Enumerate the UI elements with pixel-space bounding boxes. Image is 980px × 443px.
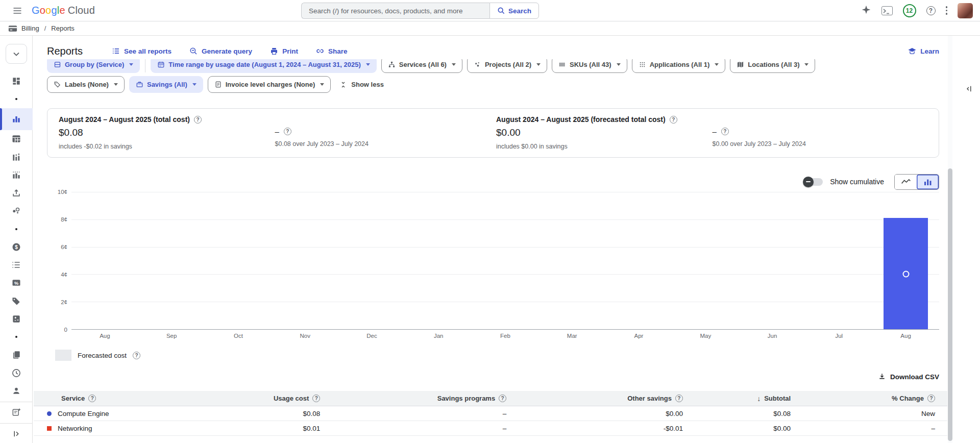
rail-item-dot-1[interactable] xyxy=(0,90,33,108)
help-icon[interactable] xyxy=(194,116,202,124)
download-csv-button[interactable]: Download CSV xyxy=(878,371,939,383)
notifications-badge[interactable]: 12 xyxy=(903,4,916,17)
download-icon xyxy=(878,373,886,381)
filter-chip-row-1: Group by (Service) Time range by usage d… xyxy=(47,59,939,73)
chart-legend: Forecasted cost xyxy=(47,349,939,361)
scrollbar-thumb[interactable] xyxy=(948,168,952,441)
rail-expand-panel-button[interactable] xyxy=(0,425,33,443)
rail-item-budgets[interactable] xyxy=(0,310,33,328)
filter-chip-time-range[interactable]: Time range by usage date (August 1, 2024… xyxy=(151,59,376,73)
rail-item-dot-3[interactable] xyxy=(0,328,33,346)
filter-chip-skus[interactable]: SKUs (All 43) xyxy=(552,59,627,73)
gemini-sparkle-icon[interactable] xyxy=(861,5,871,17)
generate-query-button[interactable]: Generate query xyxy=(189,46,252,56)
filter-chip-services[interactable]: Services (All 6) xyxy=(381,59,462,73)
account-avatar[interactable] xyxy=(958,3,973,18)
total-cost-value: $0.08 xyxy=(59,127,275,138)
more-options-icon[interactable] xyxy=(946,6,948,15)
help-icon[interactable] xyxy=(312,395,320,402)
forecasted-cost-summary: August 2024 – August 2025 (forecasted to… xyxy=(491,115,928,150)
doc-plus-icon xyxy=(11,407,21,417)
rail-item-price-list[interactable] xyxy=(0,256,33,274)
forecasted-compare-subtext: $0.00 over July 2023 – July 2024 xyxy=(713,140,929,147)
total-cost-compare-subtext: $0.08 over July 2023 – July 2024 xyxy=(275,140,492,147)
cloud-shell-icon[interactable] xyxy=(881,6,893,15)
collapse-panel-button[interactable] xyxy=(963,83,975,95)
total-cost-compare-value: – xyxy=(275,127,279,136)
search-button[interactable]: Search xyxy=(489,3,539,19)
reports-bar-chart-icon xyxy=(11,114,21,124)
show-cumulative-toggle[interactable] xyxy=(804,178,823,186)
rail-item-transactions[interactable] xyxy=(0,364,33,382)
chevron-down-icon xyxy=(129,63,133,66)
filter-chip-locations[interactable]: Locations (All 3) xyxy=(730,59,815,73)
table-row-networking[interactable]: Networking $0.01 – -$0.01 $0.00 – xyxy=(34,421,947,436)
savings-icon xyxy=(136,81,143,88)
filter-chip-group-by[interactable]: Group by (Service) xyxy=(47,59,140,73)
menu-icon[interactable] xyxy=(7,1,28,21)
reports-toolbar: Reports See all reports Generate query P… xyxy=(47,36,939,59)
sort-desc-icon: ↓ xyxy=(757,395,761,403)
search-input[interactable] xyxy=(301,3,489,19)
forecasted-cost-swatch xyxy=(55,350,71,361)
learn-button[interactable]: Learn xyxy=(908,46,939,56)
rail-item-cost-trends[interactable] xyxy=(0,166,33,184)
help-icon[interactable] xyxy=(133,352,140,359)
chart-plot-area[interactable] xyxy=(71,192,939,330)
line-chart-type-button[interactable] xyxy=(895,175,917,189)
breadcrumb-billing[interactable]: Billing xyxy=(21,24,39,32)
rail-item-billing-export[interactable] xyxy=(0,184,33,202)
logo-wordmark: Google xyxy=(32,5,65,16)
price-list-icon xyxy=(11,260,21,270)
rail-item-labels[interactable] xyxy=(0,292,33,310)
forecasted-cost-label: Forecasted cost xyxy=(78,352,127,359)
subtotal-sort-header[interactable]: ↓Subtotal xyxy=(695,395,803,403)
print-button[interactable]: Print xyxy=(270,46,298,56)
projects-dots-icon xyxy=(474,61,481,68)
show-cumulative-label: Show cumulative xyxy=(830,178,884,186)
help-icon[interactable] xyxy=(284,128,291,135)
filter-chip-applications[interactable]: Applications (All 1) xyxy=(632,59,726,73)
cost-table: Service Usage cost Savings programs Othe… xyxy=(34,391,947,436)
rail-item-cost-breakdown[interactable] xyxy=(0,148,33,166)
show-less-button[interactable]: Show less xyxy=(339,81,384,89)
total-cost-summary: August 2024 – August 2025 (total cost) $… xyxy=(54,115,491,150)
rail-item-overview[interactable] xyxy=(0,72,33,90)
series-marker xyxy=(47,426,52,431)
rail-item-discounts[interactable]: % xyxy=(0,274,33,292)
help-icon[interactable] xyxy=(499,395,506,402)
overview-icon xyxy=(11,76,21,86)
rail-item-cost-attribution[interactable] xyxy=(0,202,33,220)
see-all-reports-button[interactable]: See all reports xyxy=(111,46,172,56)
export-icon xyxy=(11,188,21,198)
rail-item-documents[interactable] xyxy=(0,346,33,364)
group-by-icon xyxy=(54,61,61,68)
tag-icon xyxy=(11,296,21,306)
bar-chart-type-button[interactable] xyxy=(917,175,939,189)
chevron-down-icon xyxy=(13,52,19,56)
scrollbar-track[interactable] xyxy=(948,36,952,443)
rail-item-dot-2[interactable] xyxy=(0,220,33,238)
help-icon[interactable] xyxy=(675,395,683,402)
rail-item-pricing[interactable]: $ xyxy=(0,238,33,256)
rail-item-reports-active[interactable] xyxy=(0,108,33,130)
help-icon[interactable] xyxy=(927,395,935,402)
rail-item-new-report[interactable] xyxy=(0,404,33,422)
table-row-compute-engine[interactable]: Compute Engine $0.08 – $0.00 $0.08 New xyxy=(34,406,947,421)
help-icon[interactable] xyxy=(670,116,677,124)
rail-item-cost-table[interactable] xyxy=(0,130,33,148)
budget-calculator-icon xyxy=(11,314,21,324)
chart-bar-column xyxy=(872,192,939,329)
filter-chip-savings[interactable]: Savings (All) xyxy=(129,76,203,93)
rail-item-account-management[interactable] xyxy=(0,382,33,400)
breakdown-chart-icon xyxy=(11,152,21,162)
help-icon[interactable] xyxy=(721,128,729,135)
share-button[interactable]: Share xyxy=(315,46,348,56)
filter-chip-projects[interactable]: Projects (All 2) xyxy=(467,59,547,73)
filter-chip-invoice-level-charges[interactable]: Invoice level charges (None) xyxy=(208,76,331,93)
clock-icon xyxy=(11,368,21,378)
help-icon[interactable] xyxy=(88,395,96,402)
help-icon[interactable] xyxy=(926,6,936,15)
nav-expander-button[interactable] xyxy=(6,44,27,64)
filter-chip-labels[interactable]: Labels (None) xyxy=(47,76,125,93)
